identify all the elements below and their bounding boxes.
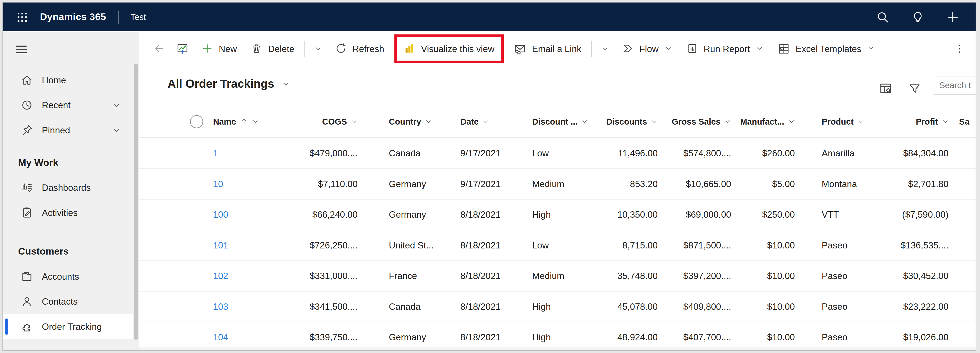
view-search-input[interactable] xyxy=(934,76,975,95)
cell-cogs: $726,250.... xyxy=(293,240,358,251)
delete-button[interactable]: Delete xyxy=(244,35,301,62)
cell-date: 8/18/2021 xyxy=(437,302,525,312)
record-link[interactable]: 104 xyxy=(213,332,228,342)
table-row[interactable]: 1 $479,000.... Canada 9/17/2021 Low 11,4… xyxy=(139,137,975,168)
chevron-down-icon xyxy=(942,118,948,125)
delete-overflow-button[interactable] xyxy=(308,35,328,62)
sidebar-item-accounts[interactable]: Accounts xyxy=(3,264,133,289)
back-button[interactable] xyxy=(147,35,170,62)
table-row[interactable]: 101 $726,250.... United St... 8/18/2021 … xyxy=(139,230,975,260)
new-record-button[interactable] xyxy=(946,10,959,24)
view-selector[interactable]: All Order Trackings xyxy=(167,77,290,91)
column-header-discount-band[interactable]: Discount ... xyxy=(525,117,599,126)
grid-body: 1 $479,000.... Canada 9/17/2021 Low 11,4… xyxy=(139,137,975,350)
column-header-name[interactable]: Name xyxy=(213,117,293,126)
chevron-down-icon xyxy=(251,118,258,125)
add-icon xyxy=(201,43,213,54)
cell-discount-band: Medium xyxy=(525,271,599,281)
record-link[interactable]: 1 xyxy=(213,148,218,158)
visualize-button-label: Visualize this view xyxy=(421,43,495,53)
cell-cogs: $7,110.00 xyxy=(293,179,358,189)
page-title: All Order Trackings xyxy=(167,77,274,91)
command-bar-divider xyxy=(304,40,305,57)
cell-discounts: 8,715.00 xyxy=(599,240,658,251)
visualize-this-view-button[interactable]: Visualize this view xyxy=(397,37,501,60)
chevron-down-icon xyxy=(756,45,764,53)
run-report-button-label: Run Report xyxy=(703,43,750,53)
email-link-icon xyxy=(514,42,527,55)
table-row[interactable]: 100 $66,240.00 Germany 8/18/2021 High 10… xyxy=(139,199,975,229)
cell-gross-sales: $407,700.... xyxy=(658,332,731,342)
cell-discount-band: High xyxy=(525,302,599,312)
cell-country: Germany xyxy=(358,332,437,342)
search-button[interactable] xyxy=(875,10,889,24)
sidebar-item-contacts[interactable]: Contacts xyxy=(3,289,133,314)
brand-title[interactable]: Dynamics 365 xyxy=(40,11,106,22)
cell-manufacturing: $10.00 xyxy=(731,271,795,281)
column-header-country[interactable]: Country xyxy=(358,117,437,126)
cell-discount-band: Low xyxy=(525,148,599,158)
sidebar-item-activities[interactable]: Activities xyxy=(3,200,133,225)
chevron-down-icon xyxy=(425,118,432,125)
column-header-profit[interactable]: Profit xyxy=(875,117,948,126)
chevron-down-icon[interactable] xyxy=(113,126,121,134)
flow-button[interactable]: Flow xyxy=(615,35,679,62)
collapse-sitemap-button[interactable] xyxy=(13,41,30,58)
new-button[interactable]: New xyxy=(194,35,244,62)
column-header-date[interactable]: Date xyxy=(437,117,525,126)
cell-cogs: $339,750.... xyxy=(293,332,358,342)
column-header-manufacturing[interactable]: Manufact... xyxy=(731,117,795,126)
cell-name: 1 xyxy=(213,148,293,158)
app-name[interactable]: Test xyxy=(130,12,146,21)
cell-manufacturing: $10.00 xyxy=(731,332,795,342)
cell-profit: $136,535.... xyxy=(875,240,948,251)
cell-discounts: 48,924.00 xyxy=(599,332,658,342)
column-header-sales[interactable]: Sa xyxy=(948,117,975,126)
sidebar-scrollbar-thumb[interactable] xyxy=(134,64,138,340)
column-header-cogs[interactable]: COGS xyxy=(293,117,358,126)
record-link[interactable]: 10 xyxy=(213,179,223,189)
column-header-gross-sales[interactable]: Gross Sales xyxy=(658,117,731,126)
email-overflow-button[interactable] xyxy=(595,35,615,62)
home-icon xyxy=(21,74,33,86)
column-header-product[interactable]: Product xyxy=(795,117,875,126)
command-bar: New Delete Refresh xyxy=(139,31,975,66)
select-all-checkbox[interactable] xyxy=(190,115,203,128)
refresh-button[interactable]: Refresh xyxy=(328,35,391,62)
record-link[interactable]: 102 xyxy=(213,271,228,281)
run-report-button[interactable]: Run Report xyxy=(679,35,770,62)
sidebar-scrollbar-track[interactable] xyxy=(133,31,139,350)
email-a-link-button[interactable]: Email a Link xyxy=(507,35,588,62)
excel-icon xyxy=(778,42,790,55)
sidebar-item-recent[interactable]: Recent xyxy=(3,93,133,118)
sidebar-item-pinned[interactable]: Pinned xyxy=(3,118,133,143)
horizontal-scrollbar-track[interactable] xyxy=(139,347,975,350)
power-bi-icon xyxy=(404,43,415,54)
sidebar-item-order-tracking[interactable]: Order Tracking xyxy=(3,314,133,339)
table-row[interactable]: 104 $339,750.... Germany 8/18/2021 High … xyxy=(139,321,975,350)
record-link[interactable]: 100 xyxy=(213,209,228,220)
sidebar-item-dashboards[interactable]: Dashboards xyxy=(3,175,133,200)
sidebar-item-label: Pinned xyxy=(42,125,70,135)
filter-button[interactable] xyxy=(906,80,923,96)
sidebar-item-home[interactable]: Home xyxy=(3,68,133,93)
sidebar-item-label: Recent xyxy=(42,100,71,110)
table-row[interactable]: 10 $7,110.00 Germany 9/17/2021 Medium 85… xyxy=(139,168,975,199)
app-launcher-button[interactable] xyxy=(11,6,32,27)
more-commands-button[interactable] xyxy=(948,35,970,62)
chevron-down-icon xyxy=(788,118,795,125)
column-header-discounts[interactable]: Discounts xyxy=(599,117,658,126)
site-map-sidebar: Home Recent Pinned xyxy=(3,31,133,350)
chevron-down-icon[interactable] xyxy=(113,101,121,109)
record-link[interactable]: 101 xyxy=(213,240,228,251)
table-row[interactable]: 103 $341,500.... Canada 8/18/2021 High 4… xyxy=(139,291,975,321)
table-row[interactable]: 102 $331,000.... France 8/18/2021 Medium… xyxy=(139,260,975,291)
column-settings-icon xyxy=(879,81,892,95)
cell-discounts: 853.20 xyxy=(599,179,658,189)
show-chart-button[interactable] xyxy=(170,35,194,62)
cell-name: 10 xyxy=(213,179,293,189)
edit-columns-button[interactable] xyxy=(878,80,894,96)
record-link[interactable]: 103 xyxy=(213,302,228,312)
excel-templates-button[interactable]: Excel Templates xyxy=(771,35,882,62)
help-button[interactable] xyxy=(911,10,924,24)
